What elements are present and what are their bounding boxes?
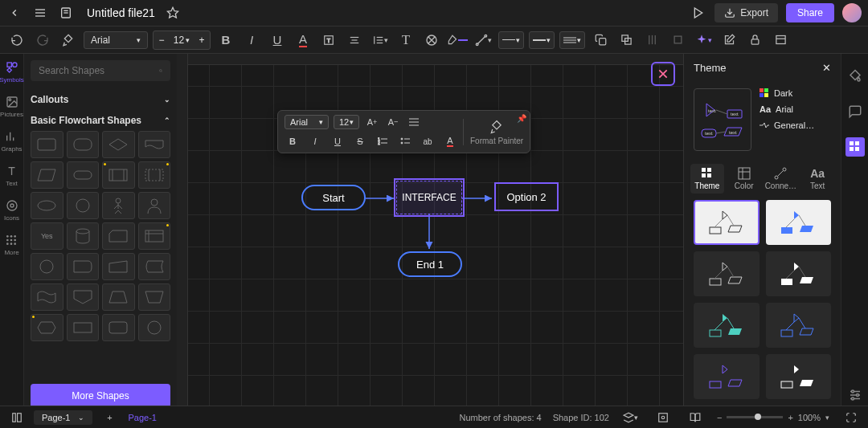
fullscreen-button[interactable] xyxy=(841,407,862,428)
theme-card-3[interactable] xyxy=(694,251,760,296)
page-select[interactable]: Page-1⌄ xyxy=(34,410,92,425)
file-title[interactable]: Untitled file21 xyxy=(87,6,155,19)
shape-circle3[interactable] xyxy=(138,314,171,341)
ft-underline[interactable]: U xyxy=(330,133,346,149)
font-select[interactable]: Arial▾ xyxy=(84,31,148,49)
shape-circle[interactable] xyxy=(67,192,100,219)
undo-button[interactable] xyxy=(6,30,27,51)
theme-card-2[interactable] xyxy=(766,200,832,245)
font-size-input[interactable]: 12▾ xyxy=(170,35,194,46)
pin-icon[interactable]: 📌 xyxy=(517,114,526,123)
ft-font-select[interactable]: Arial▾ xyxy=(285,115,329,129)
add-page-button[interactable]: + xyxy=(99,407,120,428)
ft-bullet-list[interactable] xyxy=(397,133,413,149)
shape-offpage[interactable] xyxy=(67,283,100,311)
section-callouts[interactable]: Callouts⌄ xyxy=(31,89,170,110)
highlight-button[interactable] xyxy=(447,30,468,51)
theme-font-row[interactable]: AaArial xyxy=(760,104,814,114)
export-button[interactable]: Export xyxy=(714,3,778,22)
ai-button[interactable]: ▾ xyxy=(693,30,714,51)
more-shapes-button[interactable]: More Shapes xyxy=(31,384,170,408)
line-end-select[interactable]: ▾ xyxy=(559,31,585,49)
ft-size-select[interactable]: 12▾ xyxy=(334,115,359,129)
rail-graphs[interactable]: Graphs xyxy=(1,129,22,153)
shape-rectangle[interactable] xyxy=(31,131,63,158)
right-rail-theme[interactable] xyxy=(845,137,865,157)
back-button[interactable] xyxy=(6,5,23,21)
ft-color[interactable]: A xyxy=(442,133,458,149)
outline-button[interactable] xyxy=(6,407,27,428)
theme-card-8[interactable] xyxy=(766,354,832,399)
align-button[interactable] xyxy=(344,30,365,51)
theme-card-7[interactable] xyxy=(694,354,760,399)
copy-button[interactable] xyxy=(590,30,611,51)
book-button[interactable] xyxy=(685,407,706,428)
theme-card-6[interactable] xyxy=(766,303,832,348)
page-tab-1[interactable]: Page-1 xyxy=(120,410,164,425)
shape-diamond[interactable] xyxy=(102,131,135,158)
play-button[interactable] xyxy=(690,5,706,21)
underline-button[interactable]: U xyxy=(267,30,288,51)
zoom-value[interactable]: 100% xyxy=(798,413,821,422)
shape-decision[interactable]: Yes xyxy=(31,222,63,250)
zoom-in[interactable]: + xyxy=(788,413,792,422)
theme-connector-row[interactable]: General… xyxy=(760,120,814,130)
ft-align[interactable] xyxy=(406,114,422,130)
theme-card-5[interactable] xyxy=(694,303,760,348)
canvas-ai-widget[interactable] xyxy=(651,62,675,86)
text-format-button[interactable]: T xyxy=(318,30,339,51)
shape-trap[interactable] xyxy=(102,283,135,311)
section-flowchart[interactable]: Basic Flowchart Shapes⌃ xyxy=(31,110,170,131)
lock-button[interactable] xyxy=(744,30,765,51)
redo-button[interactable] xyxy=(32,30,53,51)
edit-button[interactable] xyxy=(719,30,739,51)
shape-tab[interactable] xyxy=(67,253,100,280)
menu-button[interactable] xyxy=(32,5,48,21)
right-rail-comment[interactable] xyxy=(845,102,865,121)
theme-color-row[interactable]: Dark xyxy=(760,88,814,98)
format-painter-button[interactable] xyxy=(58,30,79,51)
search-shapes-input[interactable] xyxy=(31,60,170,81)
right-rail-fill[interactable] xyxy=(845,67,865,86)
node-start[interactable]: Start xyxy=(301,185,366,210)
shape-user[interactable] xyxy=(138,192,171,219)
ft-ab[interactable]: ab xyxy=(420,133,436,149)
line-weight-select[interactable]: ▾ xyxy=(529,31,555,49)
text-tool-button[interactable]: T xyxy=(395,30,416,51)
node-interface[interactable]: INTERFACE xyxy=(396,181,462,214)
theme-tab-connector[interactable]: Conne… xyxy=(764,164,798,194)
ft-increase-font[interactable]: A+ xyxy=(364,114,380,130)
distribute-button[interactable] xyxy=(667,30,688,51)
font-color-button[interactable]: A xyxy=(293,30,313,51)
rail-pictures[interactable]: Pictures xyxy=(0,95,23,118)
shape-wave[interactable] xyxy=(138,131,171,158)
ft-numbered-list[interactable]: 12 xyxy=(375,133,391,149)
shape-cylinder[interactable] xyxy=(67,222,100,250)
size-minus-button[interactable]: − xyxy=(154,31,170,49)
shape-pill[interactable] xyxy=(67,161,100,189)
rail-icons[interactable]: Icons xyxy=(4,198,19,222)
layers-button[interactable]: ▾ xyxy=(620,407,641,428)
share-button[interactable]: Share xyxy=(786,3,834,22)
table-button[interactable] xyxy=(770,30,791,51)
shape-trap2[interactable] xyxy=(138,283,171,311)
shape-ellipse[interactable] xyxy=(31,192,63,219)
shape-card[interactable] xyxy=(102,222,135,250)
shape-circle2[interactable] xyxy=(31,253,63,280)
avatar[interactable] xyxy=(842,3,862,22)
focus-button[interactable] xyxy=(653,407,674,428)
ft-bold[interactable]: B xyxy=(285,133,301,149)
node-end1[interactable]: End 1 xyxy=(398,251,462,277)
close-theme-button[interactable]: ✕ xyxy=(822,62,831,74)
right-rail-settings[interactable] xyxy=(845,385,865,405)
clear-format-button[interactable] xyxy=(421,30,442,51)
rail-more[interactable]: More xyxy=(4,233,18,256)
shape-brackets[interactable] xyxy=(138,161,171,189)
shape-manual[interactable] xyxy=(102,253,135,280)
theme-tab-text[interactable]: AaText xyxy=(800,164,834,194)
line-style-select[interactable]: ▾ xyxy=(498,31,524,49)
connector-button[interactable]: ▾ xyxy=(473,30,493,51)
bold-button[interactable]: B xyxy=(215,30,236,51)
shape-rounded-rect[interactable] xyxy=(67,131,100,158)
italic-button[interactable]: I xyxy=(241,30,262,51)
